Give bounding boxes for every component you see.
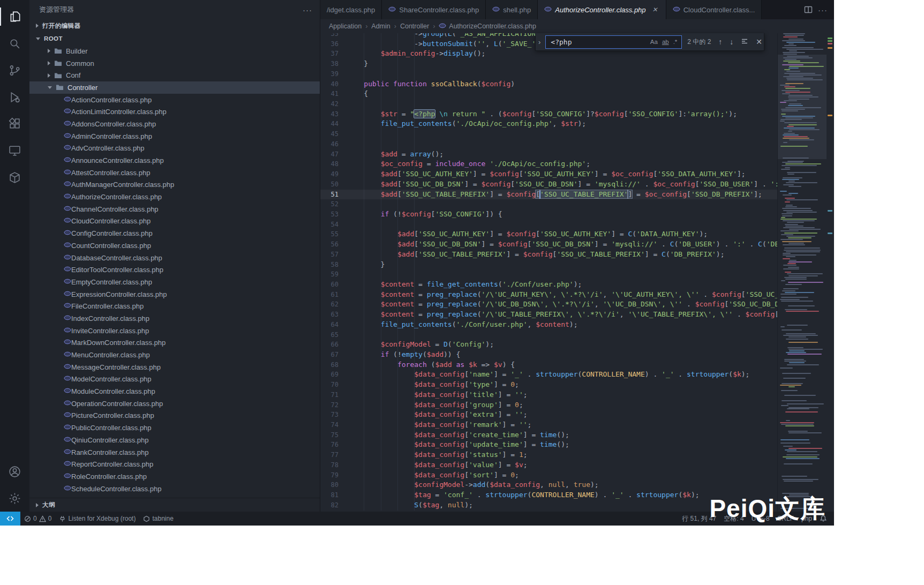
code-line[interactable]: 82 S($tag, null); xyxy=(320,500,777,511)
editor-tab[interactable]: shell.php xyxy=(486,0,538,19)
tree-file-item[interactable]: AuthManagerController.class.php xyxy=(29,179,320,191)
close-icon[interactable]: ✕ xyxy=(754,36,764,47)
activity-icon-account[interactable] xyxy=(0,458,29,485)
tree-file-item[interactable]: MessageController.class.php xyxy=(29,361,320,373)
code-line[interactable]: 50 $add['SSO_UC_DB_DSN'] = $config['SSO_… xyxy=(320,179,777,190)
tree-file-item[interactable]: ScheduleController.class.php xyxy=(29,483,320,495)
tree-file-item[interactable]: InviteController.class.php xyxy=(29,325,320,337)
code-line[interactable]: 38 } xyxy=(320,59,777,69)
code-line[interactable]: 67 if (!empty($add)) { xyxy=(320,350,777,360)
find-expand-chevron-icon[interactable]: › xyxy=(537,38,542,46)
xdebug-status[interactable]: Listen for Xdebug (root) xyxy=(55,512,139,526)
tree-file-item[interactable]: RoleController.class.php xyxy=(29,470,320,483)
tree-file-item[interactable]: ActionLimitController.class.php xyxy=(29,106,320,118)
split-editor-icon[interactable] xyxy=(804,5,813,14)
breadcrumb-item[interactable]: AuthorizeController.class.php xyxy=(439,22,536,31)
code-line[interactable]: 57 $add['SSO_UC_TABLE_PREFIX'] = $config… xyxy=(320,250,777,260)
next-match-icon[interactable]: ↓ xyxy=(727,36,735,47)
tree-file-item[interactable]: ActionController.class.php xyxy=(29,94,320,106)
tree-file-item[interactable]: CloudController.class.php xyxy=(29,215,320,228)
code-line[interactable]: 72 $data_config['group'] = 0; xyxy=(320,400,777,410)
code-line[interactable]: 45 xyxy=(320,129,777,139)
activity-icon-extensions[interactable] xyxy=(0,110,29,137)
tree-file-item[interactable]: RankController.class.php xyxy=(29,446,320,459)
breadcrumb-item[interactable]: Admin xyxy=(371,22,390,30)
sidebar-item-conf[interactable]: Conf xyxy=(29,69,320,81)
code-line[interactable]: 69 $data_config['name'] = '_' . strtoupp… xyxy=(320,370,777,380)
tree-file-item[interactable]: MarkDownController.class.php xyxy=(29,337,320,349)
code-line[interactable]: 58 } xyxy=(320,260,777,270)
code-line[interactable]: 77 $data_config['status'] = 1; xyxy=(320,450,777,460)
regex-icon[interactable]: .* xyxy=(671,38,680,46)
problems-status[interactable]: 0 0 xyxy=(20,512,55,526)
minimap[interactable] xyxy=(777,33,827,512)
tree-file-item[interactable]: PublicController.class.php xyxy=(29,422,320,434)
tree-file-item[interactable]: EmptyController.class.php xyxy=(29,276,320,288)
close-icon[interactable]: ✕ xyxy=(651,5,659,14)
code-line[interactable]: 62 $content = preg_replace('/\'UC_DB_DSN… xyxy=(320,299,777,310)
code-line[interactable]: 41 { xyxy=(320,89,777,99)
code-line[interactable]: 76 $data_config['update_time'] = time(); xyxy=(320,440,777,450)
editor-tab[interactable]: CloudController.class... xyxy=(666,0,762,19)
activity-icon-package[interactable] xyxy=(0,164,29,191)
code-line[interactable]: 56 $add['SSO_UC_DB_DSN'] = $config['SSO_… xyxy=(320,239,777,250)
sidebar-item-common[interactable]: Common xyxy=(29,57,320,70)
tree-file-item[interactable]: ConfigController.class.php xyxy=(29,227,320,239)
code-line[interactable]: 70 $data_config['type'] = 0; xyxy=(320,380,777,390)
code-line[interactable]: 43 $str = "<?php \n return " . ($config[… xyxy=(320,109,777,119)
code-line[interactable]: 51 $add['SSO_UC_TABLE_PREFIX'] = $config… xyxy=(320,190,777,200)
activity-icon-run-and-debug[interactable] xyxy=(0,84,29,110)
tree-file-item[interactable]: AddonsController.class.php xyxy=(29,118,320,130)
code-line[interactable]: 40 public function ssoCallback($config) xyxy=(320,79,777,89)
code-line[interactable]: 73 $data_config['extra'] = ''; xyxy=(320,410,777,420)
code-line[interactable]: 63 $content = preg_replace('/\'UC_TABLE_… xyxy=(320,310,777,320)
cursor-position-status[interactable]: 行 51, 列 47 xyxy=(678,512,720,526)
outline-section[interactable]: 大纲 xyxy=(29,498,320,512)
root-section[interactable]: ROOT xyxy=(29,32,320,45)
code-line[interactable]: 39 xyxy=(320,69,777,79)
tree-file-item[interactable]: AuthorizeController.class.php xyxy=(29,191,320,203)
tree-file-item[interactable]: ReportController.class.php xyxy=(29,458,320,470)
tree-file-item[interactable]: MenuController.class.php xyxy=(29,349,320,361)
language-mode-status[interactable]: php xyxy=(798,512,816,526)
code-line[interactable]: 59 xyxy=(320,269,777,280)
code-line[interactable]: 66 $configModel = D('Config'); xyxy=(320,340,777,350)
tree-file-item[interactable]: AnnounceController.class.php xyxy=(29,154,320,167)
sidebar-item-controller[interactable]: Controller xyxy=(29,81,320,94)
tree-file-item[interactable]: FileController.class.php xyxy=(29,300,320,312)
activity-icon-explorer[interactable] xyxy=(0,3,29,30)
code-line[interactable]: 79 $data_config['sort'] = 0; xyxy=(320,470,777,481)
tree-file-item[interactable]: ChannelController.class.php xyxy=(29,203,320,215)
code-line[interactable]: 48 $oc_config = include_once './OcApi/oc… xyxy=(320,159,777,169)
activity-icon-settings[interactable] xyxy=(0,485,29,512)
tree-file-item[interactable]: AdminController.class.php xyxy=(29,130,320,142)
editor-tab[interactable]: /idget.class.php xyxy=(320,0,382,19)
code-line[interactable]: 64 file_put_contents('./Conf/user.php', … xyxy=(320,320,777,330)
notifications-bell[interactable] xyxy=(816,512,831,526)
find-in-selection-icon[interactable] xyxy=(739,36,750,48)
activity-icon-source-control[interactable] xyxy=(0,57,29,84)
tree-file-item[interactable]: OperationController.class.php xyxy=(29,398,320,410)
code-line[interactable]: 44 file_put_contents('./OcApi/oc_config.… xyxy=(320,119,777,129)
match-case-icon[interactable]: Aa xyxy=(648,38,660,46)
tree-file-item[interactable]: QiniuController.class.php xyxy=(29,434,320,446)
code-line[interactable]: 65 xyxy=(320,330,777,340)
breadcrumb-item[interactable]: Application xyxy=(329,22,362,30)
tree-file-item[interactable]: IndexController.class.php xyxy=(29,312,320,325)
editor-more-icon[interactable]: ··· xyxy=(818,5,828,14)
tabnine-status[interactable]: tabnine xyxy=(139,512,177,526)
tree-file-item[interactable]: AttestController.class.php xyxy=(29,167,320,179)
eol-status[interactable]: CRLF xyxy=(773,512,798,526)
remote-indicator[interactable] xyxy=(0,512,20,526)
activity-icon-remote-explorer[interactable] xyxy=(0,137,29,164)
open-editors-section[interactable]: 打开的编辑器 xyxy=(29,19,320,32)
tree-file-item[interactable]: PictureController.class.php xyxy=(29,410,320,422)
code-line[interactable]: 60 $content = file_get_contents('./Conf/… xyxy=(320,280,777,290)
code-line[interactable]: 46 xyxy=(320,139,777,149)
code-line[interactable]: 81 $tag = 'conf_' . strtoupper(CONTROLLE… xyxy=(320,490,777,500)
find-input[interactable] xyxy=(550,38,648,47)
code-line[interactable]: 42 xyxy=(320,99,777,109)
breadcrumb-item[interactable]: Controller xyxy=(400,22,429,30)
sidebar-more-icon[interactable]: ··· xyxy=(303,5,312,14)
indent-status[interactable]: 空格: 4 xyxy=(720,512,747,526)
